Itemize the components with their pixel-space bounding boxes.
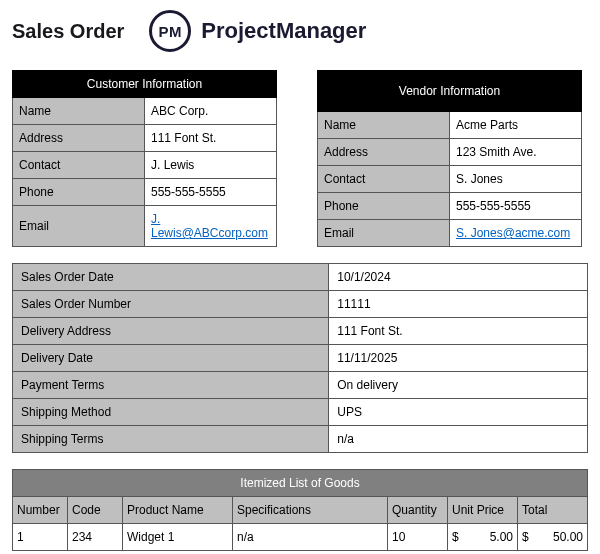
customer-heading: Customer Information xyxy=(13,71,277,98)
customer-phone: 555-555-5555 xyxy=(145,179,277,206)
col-code: Code xyxy=(68,497,123,524)
customer-address: 111 Font St. xyxy=(145,125,277,152)
shipping-terms: n/a xyxy=(329,426,588,453)
order-number-label: Sales Order Number xyxy=(13,291,329,318)
vendor-email-label: Email xyxy=(318,220,450,247)
customer-contact: J. Lewis xyxy=(145,152,277,179)
delivery-address-label: Delivery Address xyxy=(13,318,329,345)
unit-value: 5.00 xyxy=(490,530,513,544)
col-product: Product Name xyxy=(123,497,233,524)
vendor-address: 123 Smith Ave. xyxy=(450,139,582,166)
table-row: 1 234 Widget 1 n/a 10 $5.00 $50.00 xyxy=(13,524,588,551)
col-unit: Unit Price xyxy=(448,497,518,524)
shipping-terms-label: Shipping Terms xyxy=(13,426,329,453)
vendor-name: Acme Parts xyxy=(450,112,582,139)
vendor-email-link[interactable]: S. Jones@acme.com xyxy=(456,226,570,240)
vendor-phone-label: Phone xyxy=(318,193,450,220)
delivery-address: 111 Font St. xyxy=(329,318,588,345)
vendor-heading: Vendor Information xyxy=(318,71,582,112)
order-details-table: Sales Order Date10/1/2024 Sales Order Nu… xyxy=(12,263,588,453)
col-spec: Specifications xyxy=(233,497,388,524)
item-spec: n/a xyxy=(233,524,388,551)
payment-terms-label: Payment Terms xyxy=(13,372,329,399)
customer-name-label: Name xyxy=(13,98,145,125)
col-total: Total xyxy=(518,497,588,524)
vendor-phone: 555-555-5555 xyxy=(450,193,582,220)
item-product: Widget 1 xyxy=(123,524,233,551)
total-value: 50.00 xyxy=(553,530,583,544)
payment-terms: On delivery xyxy=(329,372,588,399)
document-header: Sales Order PM ProjectManager xyxy=(12,10,588,52)
pm-logo-icon: PM xyxy=(149,10,191,52)
vendor-contact: S. Jones xyxy=(450,166,582,193)
delivery-date-label: Delivery Date xyxy=(13,345,329,372)
col-qty: Quantity xyxy=(388,497,448,524)
item-total: $50.00 xyxy=(518,524,588,551)
order-date: 10/1/2024 xyxy=(329,264,588,291)
customer-address-label: Address xyxy=(13,125,145,152)
customer-name: ABC Corp. xyxy=(145,98,277,125)
currency-symbol: $ xyxy=(522,530,529,544)
brand-logo: PM ProjectManager xyxy=(149,10,366,52)
customer-info-table: Customer Information NameABC Corp. Addre… xyxy=(12,70,277,247)
vendor-info-table: Vendor Information NameAcme Parts Addres… xyxy=(317,70,582,247)
item-number: 1 xyxy=(13,524,68,551)
order-date-label: Sales Order Date xyxy=(13,264,329,291)
customer-contact-label: Contact xyxy=(13,152,145,179)
customer-phone-label: Phone xyxy=(13,179,145,206)
item-unit-price: $5.00 xyxy=(448,524,518,551)
vendor-address-label: Address xyxy=(318,139,450,166)
shipping-method-label: Shipping Method xyxy=(13,399,329,426)
customer-email-link[interactable]: J. Lewis@ABCcorp.com xyxy=(151,212,268,240)
shipping-method: UPS xyxy=(329,399,588,426)
brand-name: ProjectManager xyxy=(201,18,366,44)
currency-symbol: $ xyxy=(452,530,459,544)
items-table: Itemized List of Goods Number Code Produ… xyxy=(12,469,588,551)
order-number: 11111 xyxy=(329,291,588,318)
item-code: 234 xyxy=(68,524,123,551)
vendor-name-label: Name xyxy=(318,112,450,139)
delivery-date: 11/11/2025 xyxy=(329,345,588,372)
vendor-contact-label: Contact xyxy=(318,166,450,193)
col-number: Number xyxy=(13,497,68,524)
items-heading: Itemized List of Goods xyxy=(13,470,588,497)
document-title: Sales Order xyxy=(12,20,124,43)
customer-email-label: Email xyxy=(13,206,145,247)
item-qty: 10 xyxy=(388,524,448,551)
